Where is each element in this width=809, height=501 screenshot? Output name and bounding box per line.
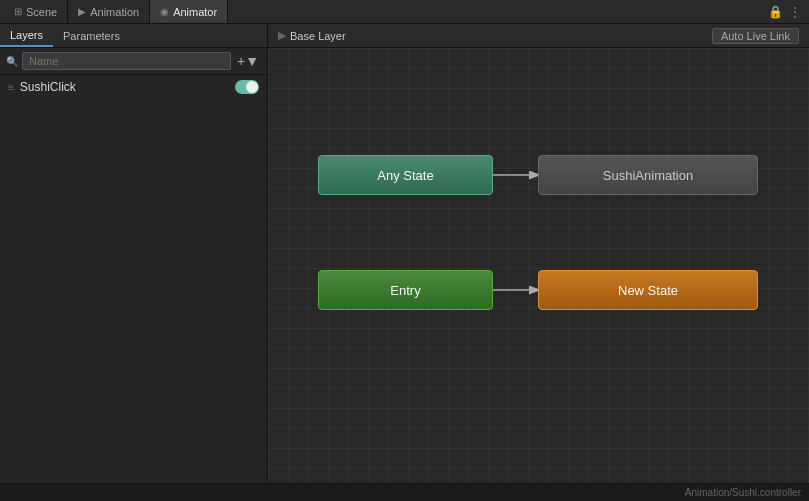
arrows-svg — [268, 48, 809, 483]
layer-toggle[interactable] — [235, 80, 259, 94]
canvas-area[interactable]: Any State SushiAnimation Entry New State — [268, 48, 809, 483]
any-state-label: Any State — [377, 168, 433, 183]
state-node-new[interactable]: New State — [538, 270, 758, 310]
main-area: 🔍 +▼ ≡ SushiClick — [0, 48, 809, 483]
auto-live-link-label: Auto Live Link — [721, 30, 790, 42]
state-node-entry[interactable]: Entry — [318, 270, 493, 310]
tab-scene[interactable]: ⊞ Scene — [4, 0, 68, 23]
sidebar: 🔍 +▼ ≡ SushiClick — [0, 48, 268, 483]
nav-tab-layers[interactable]: Layers — [0, 24, 53, 47]
state-node-sushi[interactable]: SushiAnimation — [538, 155, 758, 195]
status-path: Animation/Sushi.controller — [685, 487, 801, 498]
auto-live-link-button[interactable]: Auto Live Link — [712, 28, 799, 44]
nav-tab-parameters[interactable]: Parameters — [53, 24, 130, 47]
layer-name: SushiClick — [20, 80, 229, 94]
second-bar: Layers Parameters ▶ Base Layer Auto Live… — [0, 24, 809, 48]
animator-icon: ◉ — [160, 6, 169, 17]
parameters-label: Parameters — [63, 30, 120, 42]
entry-label: Entry — [390, 283, 420, 298]
more-icon[interactable]: ⋮ — [789, 5, 801, 19]
animation-icon: ▶ — [78, 6, 86, 17]
status-bar: Animation/Sushi.controller — [0, 483, 809, 501]
tab-animator-label: Animator — [173, 6, 217, 18]
new-state-label: New State — [618, 283, 678, 298]
tab-animation-label: Animation — [90, 6, 139, 18]
tab-bar-right: 🔒 ⋮ — [768, 5, 805, 19]
breadcrumb: Base Layer — [290, 30, 346, 42]
layers-label: Layers — [10, 29, 43, 41]
layer-item-sushiclick[interactable]: ≡ SushiClick — [0, 75, 267, 99]
tab-scene-label: Scene — [26, 6, 57, 18]
breadcrumb-arrow: ▶ — [278, 29, 286, 42]
tab-animation[interactable]: ▶ Animation — [68, 0, 150, 23]
scene-icon: ⊞ — [14, 6, 22, 17]
search-bar: 🔍 +▼ — [0, 48, 267, 75]
drag-handle-icon: ≡ — [8, 82, 14, 93]
second-bar-right: ▶ Base Layer Auto Live Link — [268, 28, 809, 44]
tab-bar: ⊞ Scene ▶ Animation ◉ Animator 🔒 ⋮ — [0, 0, 809, 24]
search-icon: 🔍 — [6, 56, 18, 67]
state-node-any[interactable]: Any State — [318, 155, 493, 195]
sushi-animation-label: SushiAnimation — [603, 168, 693, 183]
toggle-knob — [246, 81, 258, 93]
add-layer-button[interactable]: +▼ — [235, 53, 261, 69]
search-input[interactable] — [22, 52, 231, 70]
tab-animator[interactable]: ◉ Animator — [150, 0, 228, 23]
second-bar-left: Layers Parameters — [0, 24, 268, 47]
lock-icon[interactable]: 🔒 — [768, 5, 783, 19]
